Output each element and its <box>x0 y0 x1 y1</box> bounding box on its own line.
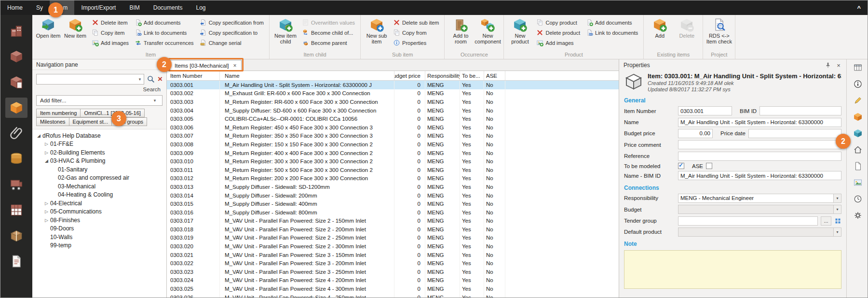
tool-info-button[interactable] <box>852 78 864 90</box>
delete-button[interactable]: Delete <box>673 16 700 40</box>
expand-arrow-icon[interactable]: ▷ <box>43 201 50 206</box>
default-product-select[interactable]: ▾ <box>678 227 841 237</box>
price-date-input[interactable] <box>748 129 841 138</box>
link-to-documents-button[interactable]: Link to documents <box>584 28 640 38</box>
module-packages-button[interactable] <box>5 226 27 246</box>
tool-occurrence-button[interactable] <box>852 144 864 156</box>
budget-price-input[interactable]: 0.00 <box>678 129 713 138</box>
tree-node-04-electrical[interactable]: ▷04-Electrical <box>32 199 166 208</box>
tender-group-input[interactable] <box>678 216 818 226</box>
table-row[interactable]: 0303.012M_Return Register: 200 x 200 Fac… <box>167 174 619 183</box>
budget-select[interactable]: ▾ <box>678 205 841 214</box>
column-header-name[interactable]: Name <box>220 71 394 80</box>
add-button[interactable]: Add <box>646 16 673 40</box>
table-row[interactable]: 0303.018M_VAV Unit - Parallel Fan Powere… <box>167 225 619 234</box>
add-images-button[interactable]: Add images <box>90 38 131 48</box>
tool-documents-button[interactable] <box>852 160 864 172</box>
table-row[interactable]: 0303.013M_Supply Diffuser - Sidewall: SD… <box>167 183 619 191</box>
menu-item-home[interactable]: Home <box>0 0 29 15</box>
note-textarea[interactable] <box>624 250 841 289</box>
nav-tab-equipment-st[interactable]: Equipment st... <box>69 117 112 126</box>
search-input[interactable]: ▾ <box>36 74 144 85</box>
add-images-button[interactable]: Add images <box>534 38 582 48</box>
collapse-ribbon-icon[interactable]: ^ <box>849 0 868 15</box>
delete-item-button[interactable]: Delete item <box>90 17 131 28</box>
tree-node-99-temp[interactable]: 99-temp <box>32 241 166 250</box>
new-component-button[interactable]: New component <box>474 16 501 46</box>
table-row[interactable]: 0303.016M_Supply Diffuser - Sidewall: 80… <box>167 208 619 217</box>
responsibility-select[interactable]: MENG - Mechanical Engineer ▾ <box>678 194 841 203</box>
overwritten-values-button[interactable]: Overwritten values <box>300 17 357 28</box>
tender-group-browse-button[interactable]: ... <box>821 216 831 226</box>
column-header-responsibility[interactable]: Responsibility <box>425 71 460 80</box>
table-row[interactable]: 0303.006M_Return Register: 450 x 450 Fac… <box>167 123 619 132</box>
new-item-button[interactable]: New item <box>62 16 89 40</box>
table-row[interactable]: 0303.020M_VAV Unit - Parallel Fan Powere… <box>167 242 619 251</box>
tree-node-drofus-help-database[interactable]: ◢dRofus Help Database <box>32 131 166 140</box>
module-documents-button[interactable] <box>5 251 27 271</box>
tree-node-02-gas-and-compressed-air[interactable]: 02-Gas and compressed air <box>32 174 166 183</box>
table-row[interactable]: 0303.023M_VAV Unit - Parallel Fan Powere… <box>167 268 619 276</box>
expand-arrow-icon[interactable]: ▷ <box>43 209 50 214</box>
rds-item-check-button[interactable]: RDS <-> Item check <box>705 16 732 46</box>
ase-checkbox[interactable] <box>706 163 712 169</box>
link-to-documents-button[interactable]: Link to documents <box>133 28 196 38</box>
name-input[interactable]: M_Air Handling Unit - Split System - Hor… <box>678 118 841 127</box>
new-product-button[interactable]: New product <box>506 16 533 46</box>
module-items-button[interactable] <box>5 98 27 118</box>
change-serial-button[interactable]: Change serial <box>198 38 266 48</box>
tool-log-button[interactable] <box>852 193 864 205</box>
table-row[interactable]: 0303.015M_Supply Diffuser - Sidewall: 40… <box>167 199 619 208</box>
open-item-button[interactable]: Open item <box>35 16 62 40</box>
tool-images-button[interactable] <box>852 177 864 188</box>
table-row[interactable]: 0303.021M_VAV Unit - Parallel Fan Powere… <box>167 251 619 259</box>
clear-search-icon[interactable]: × <box>158 75 163 84</box>
tree-node-03-hvac-plumbing[interactable]: ◢03-HVAC & Plumbing <box>32 157 166 166</box>
new-sub-item-button[interactable]: New sub item <box>363 16 390 46</box>
tree-node-04-heating-cooling[interactable]: 04-Heating & Cooling <box>32 191 166 199</box>
transfer-occurrences-button[interactable]: Transfer occurrences <box>133 38 196 48</box>
copy-specification-from-button[interactable]: Copy specification from <box>198 17 266 28</box>
properties-button[interactable]: Properties <box>391 38 441 48</box>
menu-item-documents[interactable]: Documents <box>147 0 190 15</box>
table-row[interactable]: 0303.003M_Return Register: RR-600 x 600 … <box>167 98 619 106</box>
close-tab-icon[interactable]: × <box>233 62 237 69</box>
table-row[interactable]: 0303.014M_Supply Diffuser - Sidewall: 20… <box>167 191 619 200</box>
pin-icon[interactable] <box>825 62 831 69</box>
tab-items-03-mechanical[interactable]: Items [03-Mechanical] × <box>170 60 242 71</box>
module-database-button[interactable] <box>5 149 27 169</box>
delete-sub-item-button[interactable]: Delete sub item <box>391 17 441 28</box>
module-logistics-button[interactable] <box>5 174 27 195</box>
tool-settings-button[interactable] <box>852 210 864 221</box>
table-row[interactable]: 0303.026M_VAV Unit - Parallel Fan Powere… <box>167 293 619 298</box>
tree-node-01-sanitary[interactable]: 01-Sanitary <box>32 165 166 174</box>
copy-item-button[interactable]: Copy item <box>90 28 131 38</box>
add-filter-dropdown[interactable]: Add filter... ▾ <box>36 95 163 106</box>
copy-from-button[interactable]: Copy from <box>391 28 441 38</box>
menu-item-import-export[interactable]: Import/Export <box>74 0 122 15</box>
expand-arrow-icon[interactable]: ▷ <box>43 218 50 223</box>
tree-node-09-doors[interactable]: 09-Doors <box>32 225 166 233</box>
delete-product-button[interactable]: Delete product <box>534 28 582 38</box>
table-row[interactable]: 0303.024M_VAV Unit - Parallel Fan Powere… <box>167 276 619 285</box>
module-room-data-button[interactable] <box>5 72 27 92</box>
search-icon[interactable] <box>147 75 155 84</box>
table-row[interactable]: 0303.001M_Air Handling Unit - Split Syst… <box>167 81 619 89</box>
table-row[interactable]: 0303.005COLIBRI-CCa+ALSc--OR-0001: COLIB… <box>167 114 619 123</box>
tree-node-03-mechanical[interactable]: 03-Mechanical <box>32 182 166 191</box>
tender-group-grid-icon[interactable] <box>834 217 841 225</box>
tree-node-02-building-elements[interactable]: ▷02-Building Elements <box>32 148 166 157</box>
module-attachments-button[interactable] <box>5 123 27 143</box>
nav-tab-milestones[interactable]: Milestones <box>36 117 69 126</box>
table-row[interactable]: 0303.009M_Return Register: 400 x 400 Fac… <box>167 149 619 157</box>
table-row[interactable]: 0303.004M_Supply Diffuser: SD-600 x 600 … <box>167 106 619 115</box>
price-comment-input[interactable] <box>678 140 841 149</box>
module-buildings-button[interactable] <box>5 21 27 41</box>
module-rooms-button[interactable] <box>5 46 27 67</box>
reference-input[interactable] <box>678 152 841 161</box>
become-child-of-button[interactable]: Become child of... <box>300 28 357 38</box>
tool-product-button[interactable] <box>852 128 864 139</box>
table-row[interactable]: 0303.007M_Return Register: 350 x 350 Fac… <box>167 132 619 141</box>
column-header-item-number[interactable]: Item Number <box>167 71 220 80</box>
tool-column-chooser-button[interactable] <box>852 62 864 73</box>
